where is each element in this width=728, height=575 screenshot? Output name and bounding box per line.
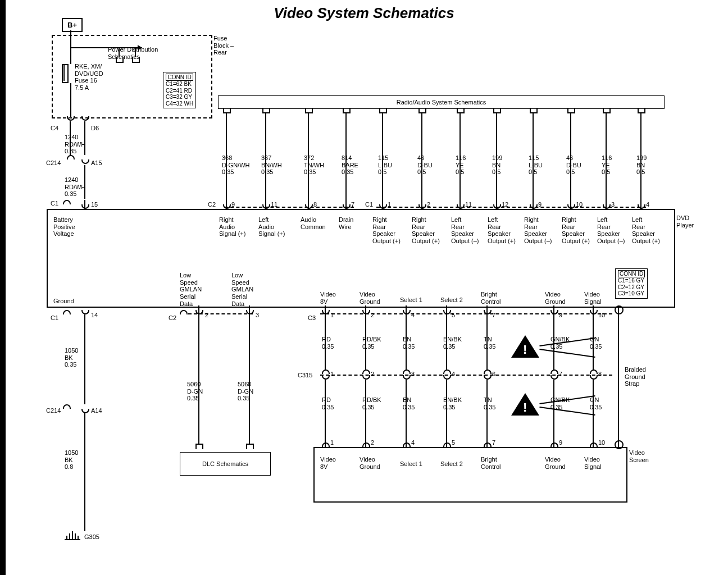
c214-label-2: C214 [46,407,61,414]
video-signal-label: Video Signal [584,291,602,305]
radio-wire-label: 372 TN/WH 0.35 [304,154,324,176]
radio-wire-label: 116 YE 0.5 [602,154,612,176]
conn-id2-box: CONN ID C1=16 GY C2=12 GY C3=10 GY [615,268,648,299]
fuse-block-label: Fuse Block – Rear [213,35,234,56]
c1-label-ground: C1 [51,314,58,322]
radio-wire-label: 115 L-BU 0.5 [529,154,543,176]
radio-wire-label: 46 D-BU 0.5 [566,154,581,176]
video-pin-top: 7 [492,312,495,319]
wire-1050-1: 1050 BK 0.35 [65,347,78,368]
video-screen-label: Video Screen [629,449,649,463]
radio-wire-label: 367 BN/WH 0.35 [261,154,282,176]
vs-select2: Select 2 [440,460,463,468]
b-plus-terminal: B+ [62,18,83,32]
pin15-label: 15 [91,201,98,208]
video-wire-lbl2: TN 0.35 [484,396,495,410]
lr-spk-p1-label: Left Rear Speaker Output (+) [488,216,516,245]
gmlan1-label: Low Speed GMLAN Serial Data [180,272,202,307]
video-pin-top: 5 [452,312,455,319]
video-pin-top: 9 [559,312,562,319]
vs-bright: Bright Control [481,456,501,470]
video-pin-bot: 7 [492,439,495,446]
radio-wire-label: 46 D-BU 0.5 [417,154,433,176]
video-wire-lbl2: RD/BK 0.35 [362,396,381,410]
wire-1240-1: 1240 RD/WH 0.35 [65,134,85,155]
video-pin-bot: 4 [411,439,415,446]
audio-common-label: Audio Common [301,216,326,230]
wire-1240-2: 1240 RD/WH 0.35 [65,176,85,198]
a14-label: A14 [91,407,102,414]
ground-ref-label: G305 [84,533,99,541]
video-pin-bot: 1 [330,439,334,446]
fuse-spec: RKE, XM/ DVD/UGD Fuse 16 7.5 A [75,63,103,92]
video-ground2-label: Video Ground [545,291,566,305]
circle-terminal-icon [615,305,624,314]
c2-label-radio: C2 [208,201,216,208]
left-audio-label: Left Audio Signal (+) [258,216,285,238]
conn-id-box: CONN ID C1=62 BK C2=41 RD C3=32 GY C4=32… [163,72,196,108]
dvd-player-label: DVD Player [676,215,694,229]
video-wire-lbl1: TN 0.35 [484,336,495,350]
video-wire-lbl1: RD/BK 0.35 [362,336,381,350]
rr-spk-3-label: Right Rear Speaker Output (+) [562,216,590,245]
video-wire-lbl1: BN 0.35 [403,336,415,350]
gmlan-wire2: 5060 D-GN 0.35 [238,381,253,402]
fuse-icon [62,64,69,83]
conn-id2-lines: C1=16 GY C2=12 GY C3=10 GY [618,277,645,297]
conn-id2-header: CONN ID [618,270,645,277]
radio-wire-label: 199 BN 0.5 [492,154,502,176]
ground-icon [66,531,79,539]
wire-1050-2: 1050 BK 0.8 [65,449,78,471]
battery-pos-label: Battery Positive Voltage [53,216,75,238]
radio-audio-header: Radio/Audio System Schematics [218,95,665,109]
lr-spk-n-label: Left Rear Speaker Output (–) [451,216,479,245]
vs-video-signal: Video Signal [584,456,602,470]
radio-wire-label: 368 D-GN/WH 0.35 [222,154,250,176]
radio-wire-pin: 4 [646,201,649,208]
bright-label: Bright Control [481,291,501,305]
dlc-schematics-box: DLC Schematics [180,452,271,476]
c2-label-gmlan: C2 [169,314,176,322]
video-pin-bot: 10 [598,439,605,446]
video-pin-bot: 2 [371,439,374,446]
gmlan2-label: Low Speed GMLAN Serial Data [231,272,253,307]
video-pin-mid: 3 [411,371,415,378]
warning-icon-2: ! [511,393,539,416]
radio-wire-label: 115 L-BU 0.5 [378,154,392,176]
a15-label: A15 [91,159,102,167]
video-pin-mid: 4 [452,371,455,378]
vs-video8v: Video 8V [320,456,336,470]
ground-label: Ground [53,298,74,305]
video-pin-top: 10 [598,312,605,319]
vs-video-ground2: Video Ground [545,456,566,470]
lr-spk-n2-label: Left Rear Speaker Output (–) [597,216,625,245]
gmlan-wire1: 5060 D-GN 0.35 [187,381,203,402]
video-wire-lbl2: GN 0.35 [590,396,602,410]
braided-label: Braided Ground Strap [625,366,646,387]
video-pin-mid: 7 [559,371,562,378]
vs-select1: Select 1 [400,460,422,468]
video-pin-mid: 8 [598,371,602,378]
pin3-label: 3 [256,312,259,319]
video-pin-mid: 2 [371,371,374,378]
video-pin-bot: 9 [559,439,562,446]
d6-label: D6 [91,125,99,132]
lr-spk-p2-label: Left Rear Speaker Output (+) [632,216,660,245]
drain-wire-label: Drain Wire [339,216,353,230]
conn-id-header: CONN ID [166,74,193,81]
conn-id-lines: C1=62 BK C2=41 RD C3=32 GY C4=32 WH [166,81,193,107]
video-wire-lbl2: BN 0.35 [403,396,415,410]
video-wire-lbl2: RD 0.35 [322,396,334,410]
select2-label: Select 2 [440,296,463,304]
vs-video-ground: Video Ground [360,456,380,470]
radio-wire-label: 199 BN 0.5 [636,154,647,176]
rr-spk-n-label: Right Rear Speaker Output (–) [524,216,552,245]
c4-label: C4 [51,125,58,132]
page-title: Video System Schematics [0,4,728,22]
video-pin-bot: 5 [452,439,455,446]
video-pin-mid: 1 [330,371,334,378]
video-screen-box [313,447,627,503]
c315-label: C315 [298,372,312,379]
rr-spk-2-label: Right Rear Speaker Output (+) [412,216,440,245]
video-pin-mid: 6 [492,371,495,378]
